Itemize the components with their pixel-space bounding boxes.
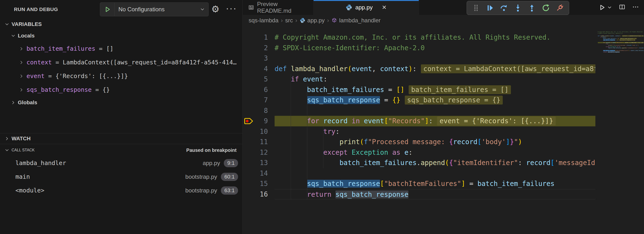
frame-position-badge: 63:1 (221, 186, 238, 195)
line-number[interactable]: 4 (243, 64, 268, 74)
line-number[interactable]: 12 (243, 147, 268, 158)
frame-position-badge: 9:1 (224, 159, 238, 167)
vscode-window: RUN AND DEBUG No Configurations ⚙ ··· VA… (0, 0, 644, 234)
breadcrumb-item-lambda-handler[interactable]: lambda_handler (332, 17, 380, 24)
chevron-right-icon: › (295, 17, 297, 24)
continue-button[interactable] (484, 2, 496, 14)
code-line-13: 13 batch_item_failures.append({"itemIden… (243, 158, 596, 168)
indent-guide (307, 85, 307, 200)
code-line-9: 9 for record in event["Records"]:event =… (243, 116, 596, 126)
panel-title: RUN AND DEBUG (14, 6, 58, 12)
inline-debug-value: batch_item_failures = [] (409, 85, 511, 94)
call-stack-frame[interactable]: mainbootstrap.py60:1 (0, 170, 242, 184)
variable-value: = [] (99, 45, 113, 52)
variables-header[interactable]: VARIABLES (0, 19, 242, 30)
code-line-15: 15 sqs_batch_response["batchItemFailures… (243, 179, 596, 189)
line-number[interactable]: 14 (243, 168, 268, 179)
chevron-down-icon (4, 22, 10, 27)
line-number[interactable]: 1 (243, 32, 268, 43)
code-line-6: 6 batch_item_failures = []batch_item_fai… (243, 85, 596, 95)
variables-header-label: VARIABLES (12, 21, 42, 27)
variable-row[interactable]: batch_item_failures = [] (0, 42, 242, 55)
tab-app-py[interactable]: app.py ✕ (314, 0, 419, 15)
run-python-file-button[interactable] (598, 3, 612, 11)
line-number[interactable]: 2 (243, 43, 268, 53)
start-debug-icon[interactable] (100, 3, 114, 16)
line-number[interactable]: 6 (243, 85, 268, 95)
drag-handle-icon[interactable] (470, 2, 482, 14)
chevron-right-icon: › (281, 17, 283, 24)
code-line-7: 7 sqs_batch_response = {}sqs_batch_respo… (243, 95, 596, 106)
call-stack-frame[interactable]: <module>bootstrap.py63:1 (0, 184, 242, 197)
line-number[interactable]: 5 (243, 74, 268, 85)
more-actions-icon[interactable]: ··· (226, 1, 237, 15)
locals-scope[interactable]: Locals (0, 30, 242, 42)
panel-title-row: RUN AND DEBUG No Configurations ⚙ ··· (0, 0, 242, 19)
run-and-debug-panel: RUN AND DEBUG No Configurations ⚙ ··· VA… (0, 0, 242, 234)
play-icon (598, 3, 606, 11)
minimap[interactable]: # Copyright Amazon.com, Inc. or its affi… (598, 31, 644, 53)
chevron-right-icon (4, 136, 10, 141)
frame-position-badge: 60:1 (221, 173, 238, 181)
breadcrumb-item-sqs-lambda[interactable]: sqs-lambda (248, 17, 278, 24)
variables-section: VARIABLES Locals batch_item_failures = [… (0, 19, 242, 133)
line-number[interactable]: 11 (243, 137, 268, 147)
line-number[interactable]: 13 (243, 158, 268, 168)
step-into-button[interactable] (512, 2, 524, 14)
globals-label: Globals (18, 100, 37, 106)
line-number[interactable]: 10 (243, 126, 268, 137)
breadcrumb: sqs-lambda›src›app.py›lambda_handler (243, 15, 644, 26)
breadcrumb-item-app-py[interactable]: app.py (300, 17, 325, 24)
chevron-right-icon (19, 74, 24, 79)
inline-debug-value: batch_item_failures = [] (620, 38, 637, 39)
variable-row[interactable]: event = {'Records': [{...}]} (0, 69, 242, 83)
inline-debug-value: sqs_batch_response = {} (619, 39, 636, 41)
variable-value: = {'Records': [{...}]} (48, 73, 128, 80)
chevron-down-icon (607, 5, 612, 10)
close-icon[interactable]: ✕ (382, 4, 386, 11)
restart-button[interactable] (540, 2, 552, 14)
frame-file: bootstrap.py (185, 173, 217, 180)
frame-function: <module> (16, 187, 44, 194)
line-number[interactable]: 3 (243, 53, 268, 64)
chevron-right-icon (10, 100, 16, 105)
code-line-5: 5 if event: (243, 74, 596, 85)
variable-name: context (26, 59, 52, 66)
tab-label: app.py (355, 4, 372, 11)
debug-configuration-dropdown[interactable]: No Configurations (100, 2, 209, 16)
variable-row[interactable]: context = LambdaContext([aws_request_id=… (0, 55, 242, 69)
call-stack-frame[interactable]: lambda_handlerapp.py9:1 (0, 156, 242, 170)
editor-actions (598, 0, 644, 15)
configuration-label: No Configurations (114, 6, 200, 13)
line-number[interactable]: 7 (243, 95, 268, 106)
disconnect-button[interactable] (554, 2, 566, 14)
line-number[interactable]: 15 (243, 179, 268, 189)
step-out-button[interactable] (526, 2, 538, 14)
frame-file: app.py (203, 160, 220, 166)
debug-toolbar (467, 1, 569, 15)
gear-icon[interactable]: ⚙ (211, 2, 220, 16)
variables-list: batch_item_failures = []context = Lambda… (0, 42, 242, 97)
code-line-3: 3 (243, 53, 596, 64)
frame-function: lambda_handler (16, 159, 66, 166)
watch-section-header[interactable]: WATCH (0, 133, 242, 144)
breadcrumb-item-src[interactable]: src (285, 17, 293, 24)
step-over-button[interactable] (498, 2, 510, 14)
variable-row[interactable]: sqs_batch_response = {} (0, 83, 242, 97)
code-editor[interactable]: 1# Copyright Amazon.com, Inc. or its aff… (243, 26, 596, 234)
globals-scope[interactable]: Globals (0, 97, 242, 109)
frame-file: bootstrap.py (185, 187, 217, 194)
tab-label: Preview README.md (257, 1, 308, 14)
variable-value: = LambdaContext([aws_request_id=a8fa412f… (55, 59, 236, 66)
chevron-right-icon: › (327, 17, 329, 24)
line-number[interactable]: 16 (243, 189, 268, 200)
more-actions-icon[interactable] (632, 3, 639, 11)
split-editor-button[interactable] (618, 3, 626, 11)
code-line-1: 1# Copyright Amazon.com, Inc. or its aff… (243, 32, 596, 43)
variable-name: batch_item_failures (26, 45, 95, 52)
line-number[interactable]: 8 (243, 106, 268, 116)
call-stack-header[interactable]: CALL STACK Paused on breakpoint (0, 144, 242, 156)
breakpoint-current-line-icon[interactable] (244, 117, 254, 125)
code-line-10: 10 try: (243, 126, 596, 137)
tab-preview-readme[interactable]: Preview README.md (243, 0, 314, 15)
